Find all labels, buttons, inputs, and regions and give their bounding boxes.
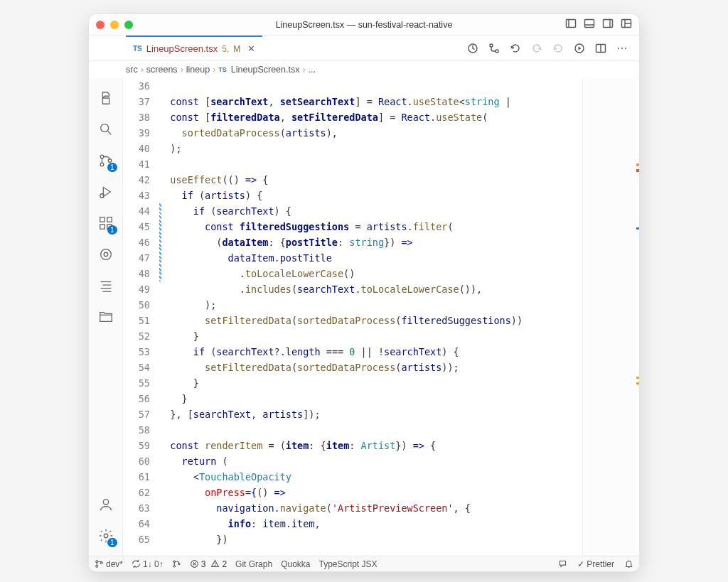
ts-file-icon: TS	[218, 66, 227, 73]
svg-rect-25	[100, 225, 104, 229]
breadcrumb-trail[interactable]: ...	[309, 65, 316, 75]
activity-accounts[interactable]	[89, 490, 123, 519]
status-branch[interactable]: dev*	[95, 559, 123, 569]
status-gitlens-icon[interactable]	[172, 559, 181, 568]
tab-close-icon[interactable]: ✕	[247, 43, 255, 54]
svg-rect-27	[107, 217, 111, 222]
chevron-right-icon: ›	[181, 65, 183, 75]
activity-scm[interactable]: 1	[89, 146, 123, 175]
tab-bar: TS LineupScreen.tsx 5, M ✕	[89, 36, 639, 61]
activity-outline[interactable]	[89, 271, 123, 300]
tab-filename: LineupScreen.tsx	[146, 43, 218, 54]
chevron-right-icon: ›	[302, 65, 305, 75]
status-bar: dev* 1↓ 0↑ 3 2 Git Graph Quokka TypeScri…	[89, 556, 639, 571]
title-bar: LineupScreen.tsx — sun-festival-react-na…	[89, 14, 639, 36]
breadcrumb[interactable]: src › screens › lineup › TS LineupScreen…	[89, 61, 639, 78]
nav-forward-icon[interactable]	[552, 43, 564, 54]
run-icon[interactable]	[574, 43, 585, 54]
svg-point-10	[490, 44, 493, 47]
activity-gitlens[interactable]	[89, 240, 123, 269]
status-sync[interactable]: 1↓ 0↑	[132, 559, 164, 569]
breadcrumb-item[interactable]: lineup	[186, 65, 210, 75]
window-traffic-lights	[96, 21, 133, 29]
line-number-gutter: 3637383940414243444546474849505152535455…	[123, 78, 159, 556]
status-bell-icon[interactable]	[624, 559, 633, 569]
svg-rect-0	[567, 19, 576, 27]
svg-rect-4	[604, 19, 613, 27]
status-git-graph[interactable]: Git Graph	[235, 559, 272, 569]
split-editor-icon[interactable]	[595, 43, 606, 54]
status-language[interactable]: TypeScript JSX	[318, 559, 377, 569]
minimap[interactable]	[582, 78, 639, 556]
status-feedback-icon[interactable]	[558, 559, 567, 569]
status-prettier[interactable]: ✓ Prettier	[577, 559, 614, 569]
tab-problem-count: 5,	[222, 44, 229, 54]
tab-lineupscreen[interactable]: TS LineupScreen.tsx 5, M ✕	[126, 36, 262, 60]
extensions-badge: 1	[107, 225, 117, 235]
activity-explorer[interactable]	[89, 84, 123, 112]
window-minimize-icon[interactable]	[110, 21, 119, 29]
activity-search[interactable]	[89, 115, 123, 144]
svg-point-15	[618, 48, 619, 49]
svg-rect-2	[585, 19, 594, 27]
svg-point-46	[215, 566, 216, 566]
timeline-icon[interactable]	[467, 43, 478, 54]
status-problems[interactable]: 3 2	[190, 559, 227, 569]
svg-point-21	[100, 163, 104, 166]
customize-layout-icon[interactable]	[621, 18, 632, 32]
scm-badge: 1	[107, 163, 117, 172]
breadcrumb-item[interactable]: screens	[146, 65, 178, 75]
window-maximize-icon[interactable]	[124, 21, 133, 29]
panel-bottom-icon[interactable]	[584, 18, 595, 32]
activity-bar: 1 1	[89, 78, 123, 556]
git-modified-indicator	[159, 203, 161, 281]
settings-badge: 1	[107, 538, 117, 547]
ts-file-icon: TS	[133, 45, 142, 53]
more-actions-icon[interactable]	[616, 43, 628, 54]
svg-rect-24	[100, 217, 104, 222]
svg-point-18	[100, 124, 108, 132]
activity-extensions[interactable]: 1	[89, 209, 123, 237]
window-title: LineupScreen.tsx — sun-festival-react-na…	[276, 20, 453, 30]
activity-folder[interactable]	[89, 303, 123, 331]
svg-point-20	[100, 155, 104, 158]
window-close-icon[interactable]	[96, 21, 105, 29]
activity-debug[interactable]	[89, 178, 123, 206]
svg-point-36	[96, 561, 98, 563]
panel-left-icon[interactable]	[565, 18, 577, 32]
svg-point-29	[104, 252, 108, 257]
svg-line-19	[107, 131, 111, 135]
svg-point-35	[104, 534, 108, 538]
status-quokka[interactable]: Quokka	[281, 559, 310, 569]
svg-point-37	[96, 565, 98, 567]
breadcrumb-item[interactable]: src	[126, 65, 138, 75]
code-editor[interactable]: 3637383940414243444546474849505152535455…	[123, 78, 582, 556]
breadcrumb-file[interactable]: LineupScreen.tsx	[231, 65, 300, 75]
editor-layout-actions	[565, 18, 632, 32]
vscode-window: LineupScreen.tsx — sun-festival-react-na…	[89, 14, 639, 571]
svg-point-17	[625, 48, 626, 49]
panel-right-icon[interactable]	[602, 18, 614, 32]
diff-icon[interactable]	[488, 43, 500, 54]
svg-point-11	[496, 50, 498, 53]
tab-modified-badge: M	[233, 44, 240, 54]
svg-point-34	[103, 500, 108, 505]
nav-back-icon[interactable]	[531, 43, 542, 54]
chevron-right-icon: ›	[213, 65, 215, 75]
code-content[interactable]: const [searchText, setSearchText] = Reac…	[159, 78, 582, 556]
revert-icon[interactable]	[510, 43, 521, 54]
editor-actions	[467, 43, 636, 54]
svg-point-28	[100, 249, 111, 260]
svg-point-40	[173, 566, 175, 567]
svg-point-16	[621, 48, 623, 49]
chevron-right-icon: ›	[141, 65, 144, 75]
activity-settings[interactable]: 1	[89, 522, 123, 550]
